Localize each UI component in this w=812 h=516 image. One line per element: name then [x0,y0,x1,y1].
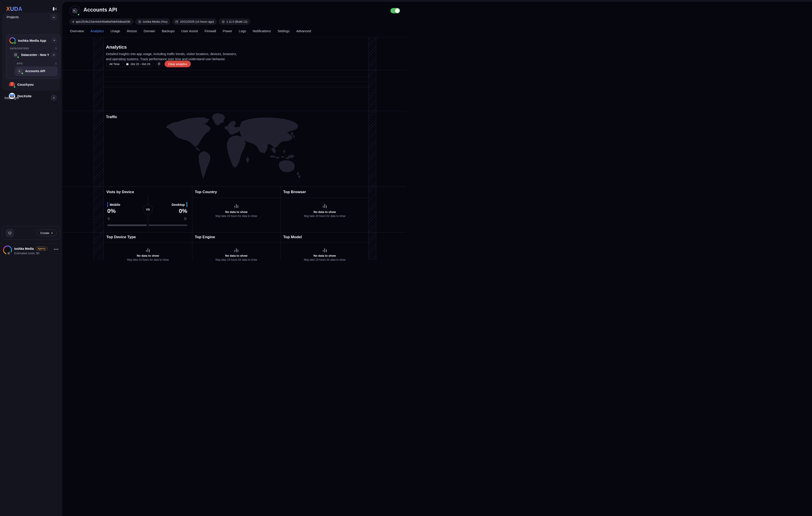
analytics-heading: Analytics [106,44,126,50]
left-hatch-gutter [93,37,104,258]
tab-logs[interactable]: Logs [239,29,246,33]
top-device-type-card: Top Device Type No data to show May take… [104,232,192,258]
vs-badge: VS [143,205,153,214]
tab-advanced[interactable]: Advanced [296,29,311,33]
visits-card-heading: Vists by Device [106,190,134,194]
layers-icon [5,229,14,237]
top-country-heading: Top Country [195,190,217,194]
empty-state: No data to show May take 24 hours for da… [192,248,281,258]
top-engine-card: Top Engine No data to show May take 24 h… [192,232,281,258]
all-time-filter-button[interactable]: All Time [106,61,123,67]
instances-chevron-right-icon[interactable] [51,95,57,101]
main-panel: >_ Accounts API # apic2516c22dc4cb449a6b… [62,2,406,258]
sidebar-item-docxsite[interactable]: DocXsite [17,94,32,98]
create-card: Create [2,226,60,240]
tab-firewall[interactable]: Firewall [205,29,216,33]
sidebar-item-instances[interactable]: Instances [4,96,19,100]
projects-card: Projects Ioshka Media App DATACENTERS 1 … [2,12,60,91]
deployed-date-badge: 10/22/2025 (14 hours ago) [172,19,217,25]
analytics-description-line1: Detailed insights into app usage, includ… [106,52,237,56]
ioshka-media-app-logo [9,37,16,43]
sidebar: XUDA Projects Ioshka Media App DATACENTE… [0,0,62,258]
chart-gridline [104,87,369,87]
agency-badge: Agency [35,247,48,250]
desktop-progress-bar [149,224,187,226]
top-model-heading: Top Model [283,235,302,239]
meta-badges: # apic2516c22dc4cb449a6bd0db93dbaa03b Io… [69,19,250,25]
notification-count-badge: 0 [6,251,11,256]
analytics-filters: All Time Oct 22 - Oct 23 Clear analytics [106,61,191,67]
tab-overview[interactable]: Overview [70,29,84,33]
bar-chart-icon [235,204,238,208]
top-browser-heading: Top Browser [283,190,306,194]
empty-state: No data to show May take 24 hours for da… [104,248,192,258]
tab-settings[interactable]: Settings [278,29,289,33]
apis-count: 1 [55,62,57,65]
desktop-percent: 0% [179,208,187,214]
page-title: Accounts API [84,7,117,13]
xuda-logo: XUDA [6,6,23,12]
chart-gridline [104,82,369,82]
app-chevron-down-icon[interactable] [51,37,57,43]
desktop-count: 0 [184,217,186,221]
empty-state: No data to show May take 24 hours for da… [281,248,369,258]
logo-part1: X [6,6,10,12]
bar-chart-icon [323,204,326,208]
refresh-button[interactable] [156,61,162,67]
empty-state: No data to show May take 24 hours for da… [192,204,281,218]
sidebar-item-app-name[interactable]: Ioshka Media App [18,39,46,42]
tab-resize[interactable]: Resize [127,29,137,33]
chart-gridline [104,77,369,77]
top-device-type-heading: Top Device Type [106,235,136,239]
tab-backups[interactable]: Backups [162,29,175,33]
sidebar-item-datacenter-name[interactable]: Datacenter - New Y... [21,53,49,57]
tab-user-assist[interactable]: User Assist [181,29,198,33]
sidebar-item-couchyou[interactable]: Couchyou [17,83,33,86]
sidebar-collapse-icon[interactable] [52,6,57,11]
api-avatar: >_ [69,5,80,16]
tab-notifications[interactable]: Notifications [253,29,271,33]
date-filter-segmented-control: All Time Oct 22 - Oct 23 [106,61,153,67]
datacenter-chevron-down-icon[interactable] [51,52,57,58]
calendar-icon [126,63,129,65]
tab-power[interactable]: Power [223,29,232,33]
create-button-label: Create [40,231,49,235]
sidebar-item-accounts-api-label: Accounts API [25,69,45,73]
tab-bar: Overview Analytics Usage Resize Domain B… [70,29,311,33]
api-power-toggle[interactable] [390,8,400,13]
datacenters-count: 1 [55,47,57,50]
visits-by-device-card: Vists by Device Mobile Desktop VS 0% 0% … [104,186,192,232]
status-dot-online [21,72,24,74]
terminal-icon: >_ [72,8,78,13]
analytics-content: Analytics Detailed insights into app usa… [104,37,369,258]
package-icon [222,20,225,23]
right-hatch-gutter [369,37,376,258]
traffic-heading: Traffic [106,115,117,119]
clear-analytics-button[interactable]: Clear analytics [165,61,191,67]
status-dot-online [13,86,16,88]
tab-domain[interactable]: Domain [144,29,155,33]
logo-part2: UDA [10,6,23,12]
top-engine-heading: Top Engine [195,235,215,239]
status-dot-online [77,13,80,16]
bar-chart-icon [235,248,238,252]
api-id-badge: # apic2516c22dc4cb449a6bd0db93dbaa03b [69,19,133,25]
projects-chevron-down-icon[interactable] [51,14,57,21]
owner-badge: Ioshka Media (You) [135,19,171,25]
chevron-right-icon [51,232,53,234]
tab-analytics[interactable]: Analytics [91,29,104,33]
sidebar-item-accounts-api[interactable]: >_ Accounts API [15,66,58,76]
estimated-costs: Estimated costs: $0 [14,251,39,255]
account-menu-icon[interactable]: ••• [54,247,59,251]
refresh-icon [157,62,161,65]
desktop-accent-bar [186,202,187,207]
tab-usage[interactable]: Usage [111,29,120,33]
empty-state: No data to show May take 24 hours for da… [281,204,369,218]
top-country-card: Top Country No data to show May take 24 … [192,186,281,232]
mobile-accent-bar [107,202,108,207]
date-range-filter-button[interactable]: Oct 22 - Oct 23 [123,61,153,67]
status-dot-offline [14,98,16,100]
mobile-count: 0 [108,217,110,221]
version-badge: 1.11.0 (Build 12) [219,19,250,25]
create-button[interactable]: Create [37,230,57,236]
